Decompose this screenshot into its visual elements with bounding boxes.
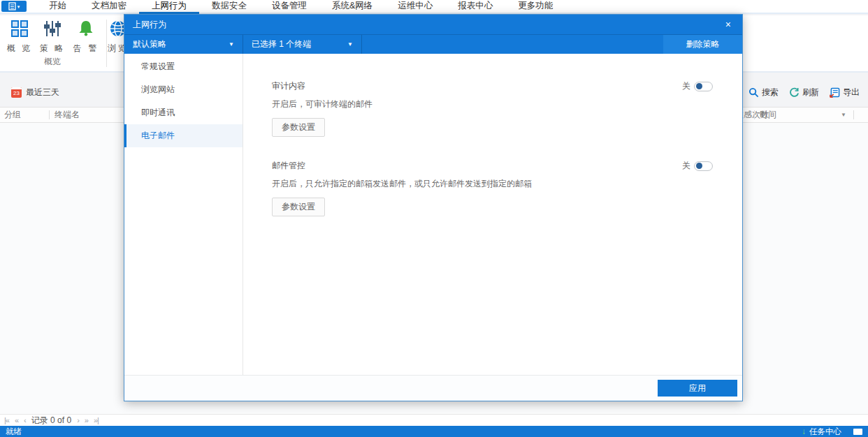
ribbon-button-label: 概 览 bbox=[7, 43, 32, 54]
column-divider bbox=[754, 110, 755, 119]
toggle-state-label: 关 bbox=[682, 160, 690, 172]
menu-item-internet-behavior[interactable]: 上网行为 bbox=[139, 0, 199, 14]
policy-dropdown-value: 默认策略 bbox=[133, 38, 166, 50]
email-control-toggle-group: 关 bbox=[682, 160, 713, 172]
dialog-sidebar: 常规设置 浏览网站 即时通讯 电子邮件 bbox=[124, 54, 243, 375]
monitor-icon[interactable] bbox=[853, 429, 862, 435]
audit-toggle-group: 关 bbox=[682, 80, 713, 92]
menu-items: 开始 文档加密 上网行为 数据安全 设备管理 系统&网络 运维中心 报表中心 更… bbox=[36, 0, 565, 14]
last-page-button[interactable]: »| bbox=[94, 416, 99, 424]
refresh-icon bbox=[789, 87, 800, 98]
search-icon bbox=[748, 87, 759, 98]
menu-item-data-security[interactable]: 数据安全 bbox=[199, 0, 259, 14]
fast-next-page-button[interactable]: » bbox=[85, 416, 88, 424]
terminal-selection-dropdown[interactable]: 已选择 1 个终端 ▼ bbox=[243, 35, 362, 54]
column-header-group[interactable]: 分组 bbox=[4, 108, 21, 122]
document-menu-icon bbox=[8, 2, 16, 10]
dialog-toolbar: 默认策略 ▼ 已选择 1 个终端 ▼ 删除策略 bbox=[124, 34, 742, 54]
dialog-body: 常规设置 浏览网站 即时通讯 电子邮件 审计内容 关 开启后，可审计终端的邮件 … bbox=[124, 54, 742, 375]
close-icon[interactable]: × bbox=[725, 20, 731, 29]
menubar: ▾ 开始 文档加密 上网行为 数据安全 设备管理 系统&网络 运维中心 报表中心… bbox=[0, 0, 868, 14]
sliders-icon bbox=[43, 17, 62, 38]
menu-item-home[interactable]: 开始 bbox=[36, 0, 79, 14]
menu-item-system-network[interactable]: 系统&网络 bbox=[319, 0, 385, 14]
time-filter-caret-icon[interactable]: ▼ bbox=[841, 108, 846, 122]
column-header-time[interactable]: 时间 bbox=[760, 108, 776, 122]
ribbon-button-overview[interactable]: 概 览 bbox=[3, 17, 36, 57]
audit-param-settings-button[interactable]: 参数设置 bbox=[272, 118, 325, 137]
dialog-footer: 应用 bbox=[124, 375, 742, 401]
terminal-dropdown-value: 已选择 1 个终端 bbox=[252, 38, 311, 50]
ribbon-separator bbox=[106, 20, 107, 67]
app-window: ▾ 开始 文档加密 上网行为 数据安全 设备管理 系统&网络 运维中心 报表中心… bbox=[0, 0, 868, 437]
prev-page-button[interactable]: ‹ bbox=[24, 416, 26, 424]
apply-button[interactable]: 应用 bbox=[658, 380, 737, 397]
task-center-button[interactable]: 任务中心 bbox=[809, 427, 841, 437]
app-menu-button[interactable]: ▾ bbox=[1, 1, 27, 12]
chevron-down-icon: ▼ bbox=[229, 41, 234, 47]
audit-content-toggle[interactable] bbox=[694, 82, 713, 91]
status-text: 就绪 bbox=[6, 427, 22, 437]
action-label: 刷新 bbox=[802, 87, 819, 98]
ribbon-button-alert[interactable]: 告 警 bbox=[70, 17, 102, 57]
toggle-knob bbox=[696, 163, 702, 169]
dialog-title: 上网行为 bbox=[133, 19, 166, 31]
menu-item-more-features[interactable]: 更多功能 bbox=[505, 0, 565, 14]
first-page-button[interactable]: |« bbox=[4, 416, 9, 424]
sidebar-item-browse-websites[interactable]: 浏览网站 bbox=[124, 78, 243, 101]
internet-behavior-dialog: 上网行为 × 默认策略 ▼ 已选择 1 个终端 ▼ 删除策略 常规设置 浏览网站… bbox=[124, 14, 743, 401]
bell-icon bbox=[77, 17, 95, 38]
audit-content-section: 审计内容 关 开启后，可审计终端的邮件 参数设置 bbox=[272, 80, 713, 137]
status-bar-right: ↓ 任务中心 bbox=[802, 427, 862, 437]
column-header-terminal-name[interactable]: 终端名 bbox=[55, 108, 80, 122]
policy-dropdown[interactable]: 默认策略 ▼ bbox=[124, 35, 243, 54]
section-header: 审计内容 关 bbox=[272, 80, 713, 92]
menu-item-doc-encryption[interactable]: 文档加密 bbox=[79, 0, 139, 14]
export-action-button[interactable]: 导出 bbox=[830, 87, 860, 98]
status-bar: 就绪 ↓ 任务中心 bbox=[0, 426, 868, 437]
chevron-down-icon: ▼ bbox=[347, 41, 353, 47]
section-description: 开启后，只允许指定的邮箱发送邮件，或只允许邮件发送到指定的邮箱 bbox=[272, 178, 713, 190]
action-label: 导出 bbox=[843, 87, 860, 98]
ribbon-button-label: 告 警 bbox=[73, 43, 99, 54]
column-divider bbox=[853, 110, 854, 119]
section-title: 审计内容 bbox=[272, 80, 305, 92]
export-icon bbox=[830, 87, 840, 98]
sidebar-item-general-settings[interactable]: 常规设置 bbox=[124, 55, 243, 78]
chevron-down-icon: ▾ bbox=[17, 4, 20, 9]
toolbar-spacer bbox=[362, 35, 663, 54]
email-control-toggle[interactable] bbox=[694, 161, 713, 171]
calendar-icon: 23 bbox=[11, 87, 22, 98]
ribbon-button-policy[interactable]: 策 略 bbox=[36, 17, 68, 57]
menu-item-device-management[interactable]: 设备管理 bbox=[259, 0, 319, 14]
section-description: 开启后，可审计终端的邮件 bbox=[272, 98, 713, 110]
email-control-param-settings-button[interactable]: 参数设置 bbox=[272, 198, 325, 216]
date-range-filter[interactable]: 23 最近三天 bbox=[11, 87, 59, 98]
grid-icon bbox=[10, 17, 29, 38]
email-settings-panel: 审计内容 关 开启后，可审计终端的邮件 参数设置 邮件管控 关 bbox=[243, 54, 742, 375]
delete-policy-button[interactable]: 删除策略 bbox=[663, 35, 742, 54]
next-page-button[interactable]: › bbox=[77, 416, 79, 424]
date-filter-label: 最近三天 bbox=[26, 87, 59, 98]
email-control-section: 邮件管控 关 开启后，只允许指定的邮箱发送邮件，或只允许邮件发送到指定的邮箱 参… bbox=[272, 160, 713, 216]
section-title: 邮件管控 bbox=[272, 160, 305, 172]
toggle-state-label: 关 bbox=[682, 80, 690, 92]
dialog-titlebar: 上网行为 × bbox=[124, 15, 742, 34]
column-divider bbox=[49, 110, 50, 119]
menu-item-report-center[interactable]: 报表中心 bbox=[445, 0, 505, 14]
pagination-bar: |« « ‹ 记录 0 of 0 › » »| bbox=[0, 414, 868, 426]
ribbon-group-label: 概览 bbox=[0, 56, 105, 68]
download-arrow-icon: ↓ bbox=[802, 427, 806, 436]
action-label: 搜索 bbox=[762, 87, 779, 98]
record-count-text: 记录 0 of 0 bbox=[31, 415, 71, 427]
search-action-button[interactable]: 搜索 bbox=[748, 87, 779, 98]
refresh-action-button[interactable]: 刷新 bbox=[789, 87, 819, 98]
sidebar-item-instant-messaging[interactable]: 即时通讯 bbox=[124, 101, 243, 124]
toggle-knob bbox=[696, 83, 702, 89]
menu-item-ops-center[interactable]: 运维中心 bbox=[385, 0, 445, 14]
sidebar-item-email[interactable]: 电子邮件 bbox=[124, 124, 243, 147]
ribbon-button-label: 策 略 bbox=[40, 43, 65, 54]
fast-prev-page-button[interactable]: « bbox=[15, 416, 18, 424]
section-header: 邮件管控 关 bbox=[272, 160, 713, 172]
calendar-day-number: 23 bbox=[11, 89, 22, 98]
